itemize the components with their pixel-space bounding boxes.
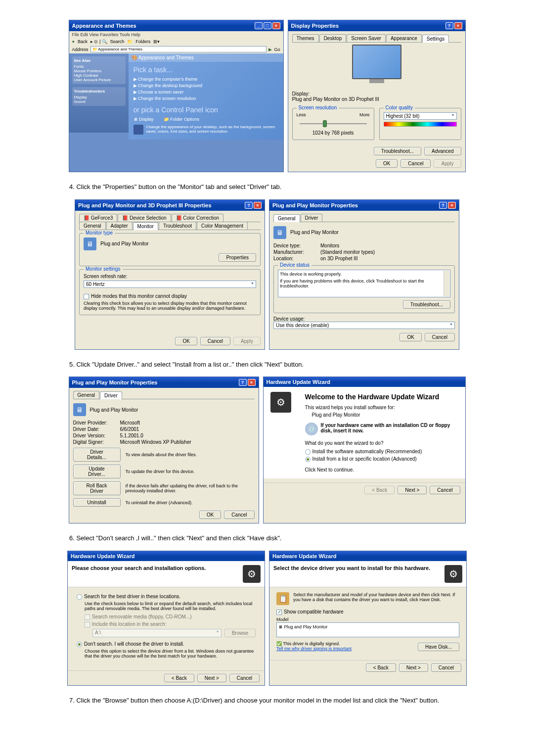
next-button[interactable]: Next > — [197, 674, 226, 682]
close-button[interactable]: × — [254, 202, 262, 209]
manufacturer-value: (Standard monitor types) — [320, 249, 375, 255]
sidebar-link[interactable]: Mouse Pointers — [74, 69, 124, 73]
back-button[interactable]: < Back — [364, 486, 395, 494]
color-quality-select[interactable]: Highest (32 bit) — [384, 112, 457, 120]
help-button[interactable]: ? — [245, 202, 253, 209]
list-install-radio[interactable] — [305, 457, 311, 462]
display-label: Display: — [292, 91, 461, 96]
cancel-button[interactable]: Cancel — [425, 333, 455, 341]
tab-device-selection[interactable]: 📕 Device Selection — [118, 214, 171, 222]
device-usage-select[interactable]: Use this device (enable) — [273, 322, 455, 329]
cancel-button[interactable]: Cancel — [430, 486, 460, 494]
display-properties-dialog: Display Properties ? × Themes Desktop Sc… — [288, 20, 466, 172]
tab-appearance[interactable]: Appearance — [386, 34, 422, 42]
help-button[interactable]: ? — [445, 22, 453, 29]
tab-general[interactable]: General — [73, 391, 100, 399]
tell-me-link[interactable]: Tell me why driver signing is important — [276, 646, 352, 651]
resolution-slider[interactable] — [300, 123, 367, 124]
folders-button[interactable]: Folders — [135, 39, 150, 44]
manufacturer-label: Manufacturer: — [273, 249, 320, 255]
auto-install-radio[interactable] — [305, 449, 311, 455]
sidebar-link[interactable]: High Contrast — [74, 73, 124, 78]
next-button[interactable]: Next > — [398, 486, 427, 494]
dont-search-radio[interactable] — [77, 642, 82, 647]
search-button[interactable]: Search — [110, 39, 125, 44]
list-item[interactable]: 🖥 Plug and Play Monitor — [278, 624, 457, 629]
go-button[interactable]: Go — [274, 47, 280, 52]
uninstall-button[interactable]: Uninstall — [73, 498, 121, 507]
rollback-button[interactable]: Roll Back Driver — [73, 481, 121, 495]
properties-button[interactable]: Properties — [219, 253, 256, 262]
browse-button: Browse — [224, 629, 256, 637]
cancel-button[interactable]: Cancel — [224, 511, 254, 519]
minimize-button[interactable]: _ — [255, 22, 263, 29]
tab-themes[interactable]: Themes — [292, 34, 319, 42]
tab-settings[interactable]: Settings — [422, 35, 449, 43]
sidebar-link[interactable]: Fonts — [74, 64, 124, 69]
task-link[interactable]: ▶ Change the desktop background — [134, 83, 278, 88]
tab-adapter[interactable]: Adapter — [106, 222, 133, 230]
back-button[interactable]: < Back — [164, 674, 194, 682]
sidebar-link[interactable]: Sound — [74, 99, 124, 104]
sidebar-link[interactable]: Display — [74, 95, 124, 99]
address-input[interactable]: 📁 Appearance and Themes — [90, 46, 267, 52]
tab-driver[interactable]: Driver — [301, 214, 323, 222]
window-title: Hardware Update Wizard — [272, 553, 337, 559]
ok-button[interactable]: OK — [400, 333, 421, 341]
troubleshoot-button[interactable]: Troubleshoot... — [374, 147, 421, 155]
tab-troubleshoot[interactable]: Troubleshoot — [159, 222, 196, 230]
ok-button[interactable]: OK — [199, 511, 221, 519]
ok-button[interactable]: OK — [376, 159, 398, 168]
display-value: Plug and Play Monitor on 3D Prophet III — [292, 96, 461, 102]
status-text: This device is working properly. If you … — [278, 270, 450, 297]
continue-text: Click Next to continue. — [305, 467, 458, 472]
close-button[interactable]: × — [448, 202, 456, 209]
tab-color-correction[interactable]: 📕 Color Correction — [172, 214, 224, 222]
path-input: A:\ — [92, 629, 222, 637]
close-button[interactable]: × — [272, 22, 280, 29]
close-button[interactable]: × — [248, 379, 256, 386]
sidebar-link[interactable]: User Account Picture — [74, 78, 124, 82]
next-button[interactable]: Next > — [399, 663, 428, 672]
search-radio[interactable] — [77, 594, 82, 600]
model-list[interactable]: 🖥 Plug and Play Monitor — [276, 622, 459, 637]
help-button[interactable]: ? — [239, 379, 247, 386]
cp-icon-display[interactable]: 🖥 Display — [134, 117, 154, 122]
menubar[interactable]: File Edit View Favorites Tools Help — [69, 31, 283, 38]
cancel-button[interactable]: Cancel — [229, 674, 260, 682]
cancel-button[interactable]: Cancel — [431, 663, 461, 672]
tab-driver[interactable]: Driver — [100, 391, 122, 399]
close-button[interactable]: × — [454, 22, 462, 29]
show-compatible-label: Show compatible hardware — [284, 609, 344, 614]
task-link[interactable]: ▶ Choose a screen saver — [134, 90, 278, 94]
task-link[interactable]: ▶ Change the screen resolution — [134, 96, 278, 101]
show-compatible-checkbox[interactable]: ✓ — [276, 610, 282, 615]
cancel-button[interactable]: Cancel — [400, 159, 431, 168]
refresh-rate-select[interactable]: 60 Hertz — [84, 281, 256, 288]
tab-general[interactable]: General — [273, 214, 300, 222]
driver-details-button[interactable]: Driver Details... — [73, 448, 121, 462]
help-button[interactable]: ? — [439, 202, 447, 209]
advanced-button[interactable]: Advanced — [424, 147, 461, 155]
tab-color-mgmt[interactable]: Color Management — [197, 222, 248, 230]
troubleshoot-button[interactable]: Troubleshoot... — [403, 300, 450, 309]
cancel-button[interactable]: Cancel — [200, 337, 230, 345]
hide-modes-checkbox[interactable] — [84, 294, 89, 299]
apply-button[interactable]: Apply — [233, 337, 261, 345]
device-type-value: Monitors — [320, 243, 339, 248]
ok-button[interactable]: OK — [175, 337, 197, 345]
tab-geforce[interactable]: 📕 GeForce3 — [79, 214, 117, 222]
maximize-button[interactable]: □ — [264, 22, 271, 29]
task-link[interactable]: ▶ Change the computer's theme — [134, 77, 278, 82]
cp-icon-folder-options[interactable]: 📁 Folder Options — [164, 117, 200, 122]
address-label: Address — [72, 47, 89, 52]
tab-general[interactable]: General — [79, 222, 106, 230]
apply-button[interactable]: Apply — [434, 159, 461, 168]
back-button[interactable]: < Back — [366, 663, 396, 672]
tab-monitor[interactable]: Monitor — [133, 222, 158, 230]
update-driver-button[interactable]: Update Driver... — [73, 465, 121, 478]
tab-screensaver[interactable]: Screen Saver — [347, 34, 386, 42]
back-button[interactable]: Back — [78, 39, 88, 44]
have-disk-button[interactable]: Have Disk... — [418, 643, 459, 651]
tab-desktop[interactable]: Desktop — [319, 34, 347, 42]
